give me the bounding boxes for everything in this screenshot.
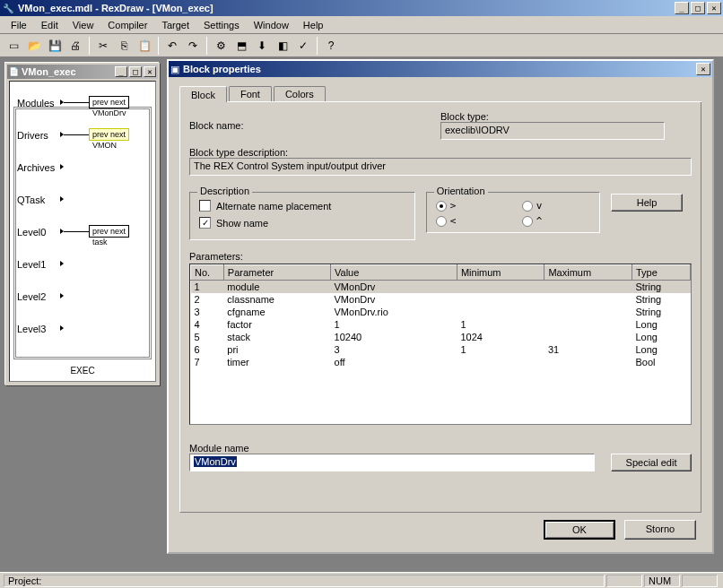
- show-name-row[interactable]: ✓ Show name: [199, 217, 405, 229]
- status-project: Project:: [4, 575, 605, 587]
- diagram-block-label: task: [92, 238, 108, 246]
- port-label: Archives: [17, 162, 55, 173]
- menu-help[interactable]: Help: [296, 18, 331, 32]
- column-header[interactable]: No.: [191, 265, 224, 281]
- column-header[interactable]: Parameter: [223, 265, 330, 281]
- menu-target[interactable]: Target: [154, 18, 196, 32]
- table-row[interactable]: 4factor11Long: [191, 318, 691, 331]
- main-titlebar: 🔧 VMon_exec.mdl - RexDraw - [VMon_exec] …: [0, 0, 723, 16]
- port-label: Drivers: [17, 130, 48, 141]
- copy-icon[interactable]: ⎘: [114, 36, 134, 56]
- table-row[interactable]: 6pri3131Long: [191, 343, 691, 356]
- description-fieldset: Alternate name placement ✓ Show name: [189, 192, 415, 240]
- status-bar: Project: NUM: [0, 572, 723, 588]
- orientation-option[interactable]: >: [436, 200, 504, 212]
- port-label: Level0: [17, 227, 46, 238]
- tab-font[interactable]: Font: [229, 86, 272, 101]
- paste-icon[interactable]: 📋: [135, 36, 154, 56]
- config-icon[interactable]: ⬒: [231, 36, 251, 56]
- diagram-window: 📄 VMon_exec _ □ ✕ Modulesprev nextVMonDr…: [5, 63, 160, 385]
- help-button[interactable]: Help: [611, 194, 683, 212]
- dialog-icon: ▣: [170, 64, 179, 75]
- diagram-block[interactable]: prev next: [89, 225, 129, 238]
- menu-settings[interactable]: Settings: [196, 18, 247, 32]
- menu-view[interactable]: View: [65, 18, 101, 32]
- show-name-checkbox[interactable]: ✓: [199, 217, 211, 229]
- redo-icon[interactable]: ↷: [183, 36, 203, 56]
- diagram-titlebar[interactable]: 📄 VMon_exec _ □ ✕: [7, 65, 158, 79]
- help-icon[interactable]: ?: [321, 36, 341, 56]
- column-header[interactable]: Value: [331, 265, 457, 281]
- close-button[interactable]: ✕: [707, 2, 721, 14]
- module-name-label: Module name: [189, 443, 692, 454]
- port-label: Level1: [17, 259, 46, 270]
- dialog-titlebar[interactable]: ▣ Block properties ✕: [169, 61, 712, 77]
- mdi-client: 📄 VMon_exec _ □ ✕ Modulesprev nextVMonDr…: [0, 57, 723, 572]
- table-row[interactable]: 5stack102401024Long: [191, 331, 691, 343]
- menu-bar: FileEditViewCompilerTargetSettingsWindow…: [0, 16, 723, 34]
- menu-edit[interactable]: Edit: [34, 18, 65, 32]
- maximize-button[interactable]: □: [691, 2, 705, 14]
- special-edit-button[interactable]: Special edit: [611, 454, 692, 471]
- save-icon[interactable]: 💾: [45, 36, 65, 56]
- table-row[interactable]: 7timeroffBool: [191, 356, 691, 368]
- orientation-fieldset: >v<^: [426, 192, 600, 233]
- table-row[interactable]: 2classnameVMonDrvString: [191, 293, 691, 306]
- menu-compiler[interactable]: Compiler: [100, 18, 154, 32]
- menu-window[interactable]: Window: [247, 18, 296, 32]
- orientation-option[interactable]: v: [522, 200, 590, 212]
- cut-icon[interactable]: ✂: [93, 36, 113, 56]
- block-type-label: Block type:: [440, 111, 692, 122]
- compile-icon[interactable]: ⚙: [211, 36, 231, 56]
- alt-name-checkbox[interactable]: [199, 200, 211, 212]
- minimize-button[interactable]: _: [675, 2, 689, 14]
- diagram-block[interactable]: prev next: [89, 96, 129, 108]
- menu-file[interactable]: File: [4, 18, 34, 32]
- column-header[interactable]: Maximum: [544, 265, 632, 281]
- diag-icon[interactable]: ✓: [293, 36, 313, 56]
- table-row[interactable]: 3cfgnameVMonDrv.rioString: [191, 306, 691, 318]
- show-name-label: Show name: [216, 218, 268, 229]
- tab-block[interactable]: Block: [179, 86, 227, 102]
- diagram-canvas[interactable]: Modulesprev nextVMonDrvDriversprev nextV…: [9, 81, 156, 382]
- child-minimize-button[interactable]: _: [115, 66, 127, 77]
- port-label: Modules: [17, 98, 55, 108]
- print-icon[interactable]: 🖨: [65, 36, 85, 56]
- parameters-label: Parameters:: [189, 251, 692, 262]
- block-type-desc-label: Block type description:: [189, 147, 692, 158]
- block-type-value: execlib\IODRV: [440, 122, 665, 140]
- ok-button[interactable]: OK: [544, 520, 615, 540]
- app-icon: 🔧: [2, 2, 14, 14]
- open-icon[interactable]: 📂: [24, 36, 44, 56]
- download-icon[interactable]: ⬇: [252, 36, 272, 56]
- diagram-block[interactable]: prev next: [89, 128, 129, 141]
- tab-colors[interactable]: Colors: [274, 86, 326, 101]
- child-maximize-button[interactable]: □: [129, 66, 142, 77]
- orientation-option[interactable]: ^: [522, 215, 590, 227]
- doc-icon: 📄: [9, 67, 19, 76]
- undo-icon[interactable]: ↶: [162, 36, 182, 56]
- block-properties-dialog: ▣ Block properties ✕ BlockFontColors Blo…: [167, 59, 714, 554]
- new-icon[interactable]: ▭: [4, 36, 23, 56]
- tab-bar: BlockFontColors: [179, 84, 701, 102]
- status-num: NUM: [644, 575, 680, 587]
- cancel-button[interactable]: Storno: [624, 520, 696, 540]
- dialog-title: Block properties: [183, 64, 694, 74]
- alt-name-label: Alternate name placement: [216, 201, 331, 212]
- exec-label: EXEC: [10, 366, 155, 376]
- block-type-desc-value: The REX Control System input/output driv…: [189, 158, 692, 176]
- diagram-title: VMon_exec: [22, 66, 113, 77]
- toolbar: ▭📂💾🖨✂⎘📋↶↷⚙⬒⬇◧✓?: [0, 34, 723, 57]
- module-name-input[interactable]: VMonDrv: [189, 454, 595, 471]
- column-header[interactable]: Type: [632, 265, 690, 281]
- column-header[interactable]: Minimum: [457, 265, 544, 281]
- tab-panel-block: Block name: Block type: execlib\IODRV Bl…: [179, 102, 701, 513]
- alt-name-row[interactable]: Alternate name placement: [199, 200, 405, 212]
- module-name-value: VMonDrv: [194, 456, 237, 467]
- monitor-icon[interactable]: ◧: [273, 36, 292, 56]
- orientation-option[interactable]: <: [436, 215, 504, 227]
- table-row[interactable]: 1moduleVMonDrvString: [191, 281, 691, 294]
- parameters-table[interactable]: No.ParameterValueMinimumMaximumType1modu…: [189, 264, 692, 425]
- child-close-button[interactable]: ✕: [144, 66, 156, 77]
- dialog-close-button[interactable]: ✕: [696, 63, 710, 75]
